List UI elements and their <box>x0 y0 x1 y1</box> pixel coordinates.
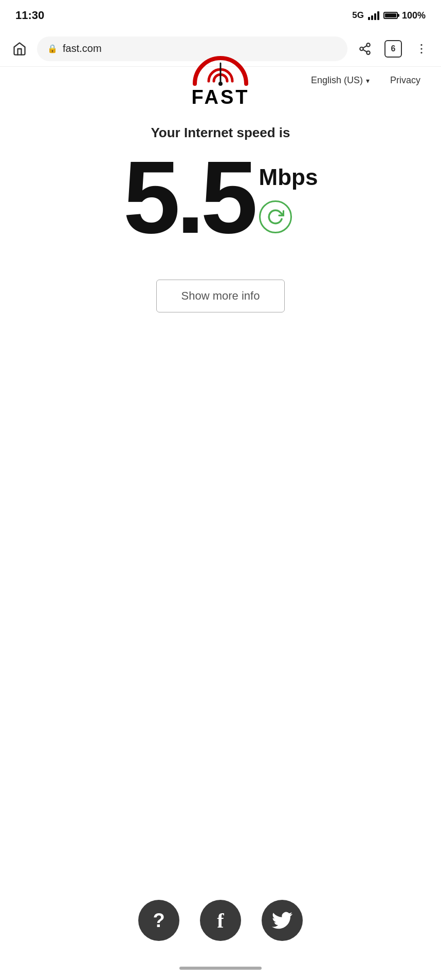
svg-line-4 <box>363 46 366 48</box>
refresh-icon <box>267 208 284 226</box>
battery-icon <box>383 12 398 19</box>
svg-point-9 <box>218 82 223 86</box>
status-time: 11:30 <box>15 9 44 22</box>
home-bar <box>179 967 262 970</box>
browser-actions: 6 <box>356 40 431 58</box>
home-indicator <box>0 961 441 980</box>
battery-percentage: 100% <box>402 10 426 21</box>
fast-footer: ? f <box>0 884 441 961</box>
speed-unit-area: Mbps <box>259 164 318 249</box>
speed-unit: Mbps <box>259 164 318 190</box>
fast-logo-container: FAST <box>190 53 251 108</box>
svg-line-3 <box>363 49 366 51</box>
speed-display: 5.5 Mbps <box>123 146 318 249</box>
fast-nav-right: English (US) ▾ Privacy <box>311 75 420 86</box>
speed-value: 5.5 <box>123 146 254 249</box>
language-label: English (US) <box>311 75 363 86</box>
tabs-count: 6 <box>391 44 396 53</box>
refresh-button[interactable] <box>259 200 292 233</box>
status-bar: 11:30 5G 100% <box>0 0 441 31</box>
help-button[interactable]: ? <box>138 900 179 941</box>
fast-logo-text: FAST <box>191 86 249 108</box>
language-selector[interactable]: English (US) ▾ <box>311 75 370 86</box>
home-button[interactable] <box>10 40 29 58</box>
network-type: 5G <box>352 10 364 21</box>
svg-point-5 <box>420 44 422 45</box>
lock-icon: 🔒 <box>47 44 58 53</box>
fast-nav: FAST English (US) ▾ Privacy <box>0 67 441 94</box>
tabs-button[interactable]: 6 <box>384 40 402 58</box>
signal-bars-icon <box>368 11 379 20</box>
fast-logo: FAST <box>190 53 251 108</box>
privacy-link[interactable]: Privacy <box>390 75 420 86</box>
speed-label: Your Internet speed is <box>151 125 290 141</box>
status-icons: 5G 100% <box>352 10 426 21</box>
svg-point-7 <box>420 51 422 53</box>
svg-point-6 <box>420 48 422 49</box>
speedometer-icon <box>190 53 251 89</box>
show-more-info-button[interactable]: Show more info <box>156 280 285 312</box>
help-icon: ? <box>153 910 164 932</box>
chevron-down-icon: ▾ <box>366 77 370 85</box>
facebook-button[interactable]: f <box>200 900 241 941</box>
url-text: fast.com <box>63 43 102 54</box>
menu-button[interactable] <box>412 40 431 58</box>
share-button[interactable] <box>356 40 374 58</box>
fast-page: FAST English (US) ▾ Privacy Your Interne… <box>0 67 441 961</box>
facebook-icon: f <box>217 909 224 933</box>
fast-main: Your Internet speed is 5.5 Mbps Show mor… <box>0 94 441 884</box>
twitter-button[interactable] <box>262 900 303 941</box>
twitter-icon <box>272 912 292 929</box>
